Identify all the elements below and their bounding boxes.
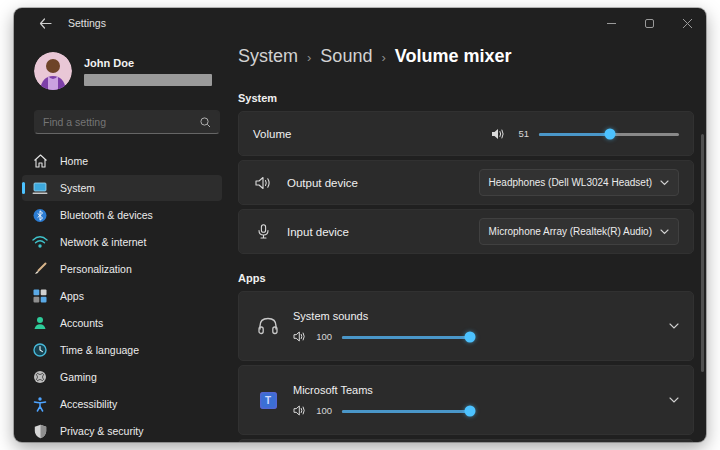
input-device-label: Input device bbox=[287, 226, 349, 238]
apps-icon bbox=[32, 288, 48, 304]
speaker-icon bbox=[293, 405, 306, 416]
back-button[interactable] bbox=[34, 14, 56, 32]
bluetooth-icon bbox=[32, 207, 48, 223]
output-device-dropdown[interactable]: Headphones (Dell WL3024 Headset) bbox=[479, 169, 679, 196]
accessibility-icon bbox=[32, 396, 48, 412]
home-icon bbox=[32, 153, 48, 169]
redacted-email bbox=[84, 74, 212, 86]
scrollbar[interactable] bbox=[701, 134, 704, 372]
output-speaker-icon bbox=[253, 176, 273, 190]
breadcrumb-system[interactable]: System bbox=[238, 46, 298, 67]
app-row-microsoft-teams: T Microsoft Teams 100 bbox=[238, 365, 694, 435]
network-icon bbox=[32, 234, 48, 250]
breadcrumb-separator: › bbox=[381, 50, 385, 65]
sidebar-item-home[interactable]: Home bbox=[22, 148, 222, 174]
volume-slider[interactable] bbox=[539, 128, 679, 140]
time-language-icon bbox=[32, 342, 48, 358]
accounts-icon bbox=[32, 315, 48, 331]
close-icon bbox=[683, 19, 692, 28]
user-profile[interactable]: John Doe bbox=[14, 48, 230, 90]
section-label-apps: Apps bbox=[238, 272, 694, 284]
sidebar-item-time-language[interactable]: Time & language bbox=[22, 337, 222, 363]
expand-chevron-icon[interactable] bbox=[669, 323, 679, 329]
slider-fill bbox=[342, 410, 470, 413]
main-content: System › Sound › Volume mixer System Vol… bbox=[230, 38, 706, 442]
microphone-icon bbox=[253, 224, 273, 239]
teams-icon: T bbox=[260, 392, 277, 409]
output-device-label: Output device bbox=[287, 177, 358, 189]
section-label-system: System bbox=[238, 92, 694, 104]
speaker-icon bbox=[491, 128, 505, 140]
breadcrumb: System › Sound › Volume mixer bbox=[238, 46, 694, 72]
search-input[interactable] bbox=[43, 116, 200, 128]
slider-thumb[interactable] bbox=[465, 405, 476, 416]
sidebar-item-privacy-security[interactable]: Privacy & security bbox=[22, 418, 222, 442]
sidebar: John Doe Home bbox=[14, 38, 230, 442]
back-arrow-icon bbox=[39, 18, 52, 29]
sidebar-nav: Home System Bluetooth & devices bbox=[14, 148, 230, 442]
app-volume-value: 100 bbox=[316, 405, 332, 416]
output-device-value: Headphones (Dell WL3024 Headset) bbox=[489, 177, 652, 188]
headphones-icon bbox=[253, 316, 283, 336]
expand-chevron-icon[interactable] bbox=[669, 397, 679, 403]
gaming-icon bbox=[32, 369, 48, 385]
system-icon bbox=[32, 180, 48, 196]
minimize-icon bbox=[607, 19, 616, 28]
input-device-dropdown[interactable]: Microphone Array (Realtek(R) Audio) bbox=[479, 218, 679, 245]
sidebar-item-bluetooth-devices[interactable]: Bluetooth & devices bbox=[22, 202, 222, 228]
window-title: Settings bbox=[68, 17, 106, 29]
breadcrumb-sound[interactable]: Sound bbox=[320, 46, 372, 67]
breadcrumb-separator: › bbox=[307, 50, 311, 65]
avatar bbox=[34, 52, 72, 90]
app-volume-slider[interactable] bbox=[342, 405, 470, 417]
sidebar-item-accounts[interactable]: Accounts bbox=[22, 310, 222, 336]
personalization-icon bbox=[32, 261, 48, 277]
privacy-security-icon bbox=[32, 423, 48, 439]
titlebar: Settings bbox=[14, 8, 706, 38]
app-row-system-sounds: System sounds 100 bbox=[238, 291, 694, 361]
volume-value: 51 bbox=[513, 128, 529, 139]
app-volume-slider[interactable] bbox=[342, 331, 470, 343]
app-row-partial bbox=[238, 439, 694, 442]
slider-fill bbox=[342, 336, 470, 339]
app-volume-value: 100 bbox=[316, 331, 332, 342]
app-name: System sounds bbox=[293, 310, 657, 322]
output-device-row: Output device Headphones (Dell WL3024 He… bbox=[238, 160, 694, 205]
app-name: Microsoft Teams bbox=[293, 384, 657, 396]
minimize-button[interactable] bbox=[592, 8, 630, 38]
settings-window: Settings bbox=[14, 8, 706, 442]
sidebar-item-network-internet[interactable]: Network & internet bbox=[22, 229, 222, 255]
input-device-value: Microphone Array (Realtek(R) Audio) bbox=[489, 226, 652, 237]
chevron-down-icon bbox=[660, 229, 669, 235]
close-button[interactable] bbox=[668, 8, 706, 38]
sidebar-item-apps[interactable]: Apps bbox=[22, 283, 222, 309]
search-box[interactable] bbox=[34, 110, 220, 134]
user-name: John Doe bbox=[84, 57, 212, 69]
search-icon bbox=[200, 117, 211, 128]
sidebar-item-personalization[interactable]: Personalization bbox=[22, 256, 222, 282]
sidebar-item-accessibility[interactable]: Accessibility bbox=[22, 391, 222, 417]
chevron-down-icon bbox=[660, 180, 669, 186]
slider-thumb[interactable] bbox=[465, 331, 476, 342]
sidebar-item-gaming[interactable]: Gaming bbox=[22, 364, 222, 390]
volume-row: Volume 51 bbox=[238, 111, 694, 156]
slider-fill bbox=[539, 133, 610, 136]
maximize-button[interactable] bbox=[630, 8, 668, 38]
volume-label: Volume bbox=[253, 128, 291, 140]
input-device-row: Input device Microphone Array (Realtek(R… bbox=[238, 209, 694, 254]
maximize-icon bbox=[645, 19, 654, 28]
speaker-icon bbox=[293, 331, 306, 342]
page-title: Volume mixer bbox=[395, 46, 512, 67]
slider-thumb[interactable] bbox=[605, 128, 616, 139]
sidebar-item-system[interactable]: System bbox=[22, 175, 222, 201]
